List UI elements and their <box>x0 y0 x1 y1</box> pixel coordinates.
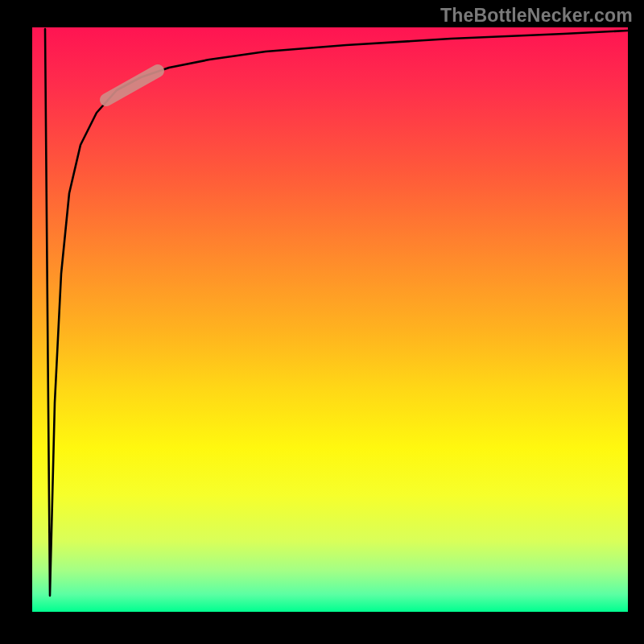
watermark-text: TheBottleNecker.com <box>440 5 633 27</box>
plot-gradient-background <box>32 27 628 612</box>
chart-container: TheBottleNecker.com <box>0 0 644 644</box>
